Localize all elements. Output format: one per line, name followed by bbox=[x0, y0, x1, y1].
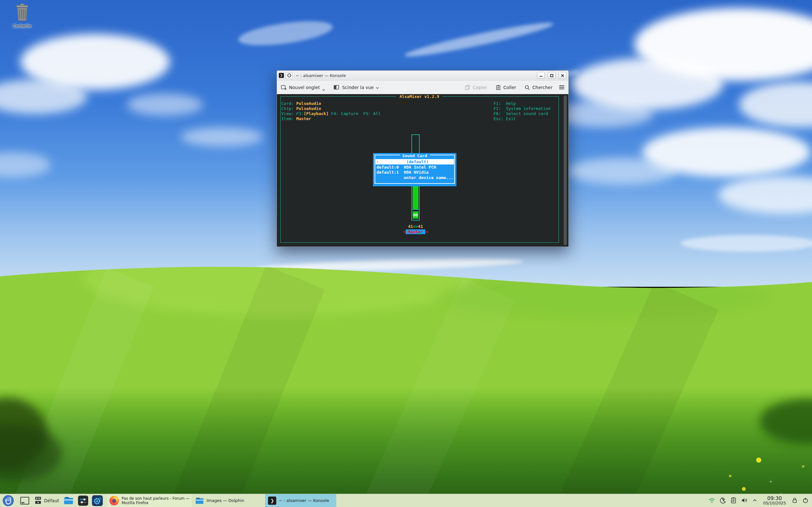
system-tray: 09:30 05/10/2025 bbox=[708, 496, 812, 505]
help-line-f6: F6: Select sound card bbox=[494, 111, 548, 116]
mute-state: OO bbox=[413, 211, 418, 219]
help-line-f1: F1: Help bbox=[494, 101, 516, 106]
dialog-row-nvidia[interactable]: default:1 HDA NVidia bbox=[375, 170, 454, 175]
dialog-row-default[interactable]: - (default) bbox=[375, 159, 454, 164]
dolphin-launcher-button[interactable] bbox=[63, 496, 73, 505]
clock-date: 05/10/2025 bbox=[763, 501, 786, 505]
window-title: ~ : alsamixer — Konsole bbox=[296, 73, 534, 78]
task-firefox[interactable]: Pas de son haut parleurs - Forum — Mozil… bbox=[107, 494, 192, 507]
view-line: View: F3:[Playback] F4: Capture F5: All bbox=[281, 111, 380, 116]
window-titlebar[interactable]: ❯ ~ : alsamixer — Konsole bbox=[277, 71, 568, 80]
sliders-icon bbox=[78, 496, 88, 506]
task-dolphin-label: Images — Dolphin bbox=[206, 498, 244, 503]
split-view-label: Scinder la vue bbox=[342, 85, 374, 90]
terminal-scrollbar[interactable] bbox=[564, 95, 567, 245]
konsole-window: ❯ ~ : alsamixer — Konsole Nouvel onglet bbox=[276, 70, 569, 247]
dialog-row-intel[interactable]: default:0 HDA Intel PCH bbox=[375, 164, 454, 170]
system-settings-button[interactable] bbox=[78, 496, 88, 506]
firefox-icon bbox=[109, 496, 119, 505]
task-konsole-label: ~ : alsamixer — Konsole bbox=[279, 498, 329, 503]
chip-line: Chip: PulseAudio bbox=[281, 106, 321, 111]
trash-desktop-icon[interactable]: Corbeille bbox=[6, 3, 39, 28]
copy-button[interactable]: Copier bbox=[465, 84, 487, 90]
konsole-window-icon: ❯ bbox=[279, 73, 284, 78]
maximize-icon bbox=[550, 74, 554, 77]
card-line: Card: PulseAudio bbox=[281, 101, 321, 106]
terminal-area[interactable]: AlsaMixer v1.2.9 Card: PulseAudio Chip: … bbox=[277, 94, 568, 246]
virtual-desktop-pager[interactable] bbox=[20, 497, 29, 504]
task-dolphin[interactable]: Images — Dolphin bbox=[192, 494, 265, 507]
volume-tray-icon[interactable] bbox=[740, 497, 748, 504]
activities-widget[interactable]: Défaut bbox=[34, 496, 59, 505]
paste-label: Coller bbox=[503, 85, 516, 90]
new-tab-label: Nouvel onglet bbox=[289, 85, 320, 90]
sound-card-dialog: Sound Card - (default) default:0 HDA Int… bbox=[373, 153, 456, 186]
trash-icon bbox=[6, 3, 39, 23]
activities-icon bbox=[34, 496, 42, 505]
alsamixer-title: AlsaMixer v1.2.9 bbox=[396, 94, 442, 99]
launcher-icon bbox=[3, 495, 14, 506]
mute-indicator: OO bbox=[411, 209, 420, 221]
task-firefox-line2: Mozilla Firefox bbox=[121, 501, 189, 505]
paste-icon bbox=[496, 84, 501, 90]
search-button[interactable]: Chercher bbox=[524, 84, 553, 90]
minimize-icon bbox=[539, 74, 543, 77]
close-icon bbox=[561, 74, 564, 77]
help-line-esc: Esc: Exit bbox=[494, 116, 516, 121]
task-firefox-line1: Pas de son haut parleurs - Forum — bbox=[121, 496, 189, 501]
taskbar: Défaut bbox=[0, 494, 812, 507]
activity-label: Défaut bbox=[44, 498, 59, 503]
search-label: Chercher bbox=[532, 85, 553, 90]
maximize-button[interactable] bbox=[548, 72, 556, 79]
menu-button[interactable] bbox=[559, 85, 565, 90]
konsole-icon: ❯ bbox=[268, 497, 276, 505]
help-line-f2: F2: System information bbox=[494, 106, 551, 111]
folder-icon bbox=[195, 497, 204, 505]
new-tab-icon bbox=[281, 84, 287, 90]
clock-time: 09:30 bbox=[763, 496, 786, 501]
power-icon[interactable] bbox=[802, 497, 809, 504]
minimize-button[interactable] bbox=[537, 72, 545, 79]
desktop: Corbeille ❯ ~ : alsamixer — Konsole bbox=[0, 0, 812, 507]
application-launcher-button[interactable] bbox=[3, 495, 14, 506]
clipboard-tray-icon[interactable] bbox=[729, 497, 738, 504]
chevron-down-icon bbox=[322, 87, 325, 92]
copy-icon bbox=[465, 84, 470, 90]
volume-value: 41<>41 bbox=[396, 224, 436, 229]
folder-icon bbox=[63, 496, 73, 505]
task-konsole-active[interactable]: ❯ ~ : alsamixer — Konsole bbox=[265, 494, 336, 507]
night-color-tray-icon[interactable] bbox=[719, 497, 727, 504]
split-view-button[interactable]: Scinder la vue bbox=[334, 84, 379, 90]
control-center-button[interactable] bbox=[92, 495, 103, 506]
chevron-down-icon bbox=[376, 85, 379, 90]
dialog-row-enter-name[interactable]: enter device name... bbox=[375, 175, 454, 180]
close-button[interactable] bbox=[559, 72, 566, 79]
new-tab-button[interactable]: Nouvel onglet bbox=[281, 84, 325, 90]
paste-button[interactable]: Coller bbox=[496, 84, 516, 90]
pin-button[interactable] bbox=[286, 72, 293, 79]
hamburger-icon bbox=[559, 85, 565, 90]
gear-icon bbox=[92, 495, 103, 506]
copy-label: Copier bbox=[473, 85, 487, 90]
trash-label: Corbeille bbox=[6, 23, 39, 28]
dialog-title: Sound Card bbox=[400, 153, 429, 158]
wifi-tray-icon[interactable] bbox=[708, 497, 716, 504]
split-view-icon bbox=[334, 84, 340, 90]
channel-label: <Master> bbox=[396, 229, 436, 234]
konsole-toolbar: Nouvel onglet Scinder la vue bbox=[277, 80, 568, 94]
digital-clock[interactable]: 09:30 05/10/2025 bbox=[763, 496, 786, 505]
lock-screen-icon[interactable] bbox=[791, 497, 799, 504]
search-icon bbox=[524, 84, 530, 90]
item-line: Item: Master bbox=[281, 116, 311, 121]
tray-expand-chevron-icon[interactable] bbox=[751, 497, 758, 504]
pager-icon bbox=[20, 497, 29, 504]
